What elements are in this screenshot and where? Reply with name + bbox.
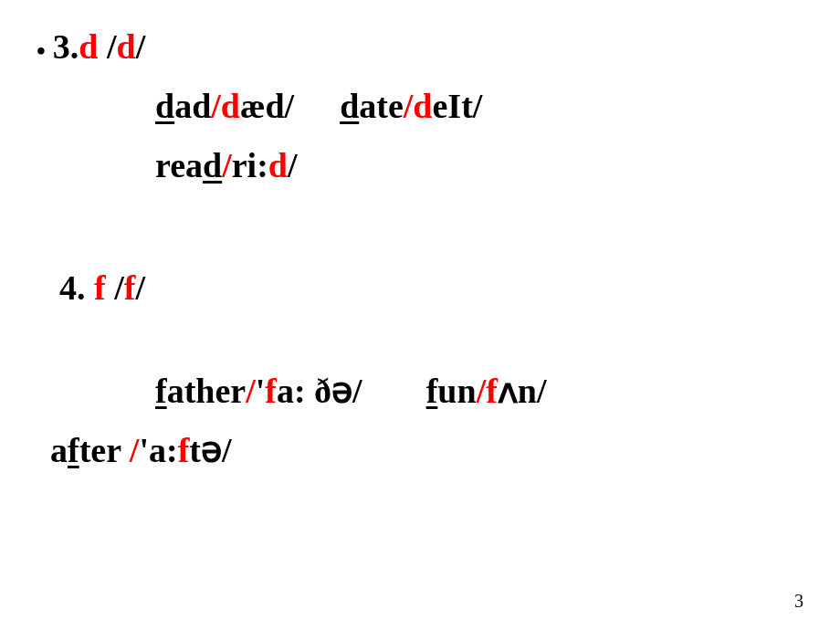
item-letter: f (94, 268, 106, 307)
word-dad-ph-highlight: d (221, 87, 240, 125)
phoneme-open: / (98, 27, 116, 66)
word-dad-ph-rest: æd/ (240, 87, 294, 125)
phoneme-open: / (106, 268, 124, 307)
word-father-slash: / (246, 372, 256, 410)
word-dad-underline: d (155, 87, 174, 125)
item-3-examples-row1: dad/dæd/date/deIt/ (155, 82, 803, 131)
item-4-heading: 4. f /f/ (59, 264, 803, 312)
word-father-stress: ' (256, 372, 266, 410)
phoneme-letter: d (117, 27, 136, 66)
item-4-examples-row2: after /'a:ftə/ (50, 426, 803, 475)
page-number: 3 (794, 591, 803, 612)
word-after-rest: ter (79, 431, 130, 469)
word-read-ph-highlight: d (268, 146, 288, 184)
word-fun-slash: / (477, 372, 487, 410)
word-after-stress: ' (139, 431, 149, 469)
phoneme-close: / (135, 268, 145, 307)
word-read-slash: / (222, 146, 232, 184)
word-fun-ph-rest: ʌn/ (498, 372, 547, 410)
word-dad-slash: / (211, 87, 221, 125)
item-3-heading: •3.d /d/ (37, 23, 803, 71)
item-3-examples-row2: read/ri:d/ (155, 142, 803, 190)
item-number: 4. (59, 268, 94, 307)
word-after-ph-highlight: f (178, 431, 190, 469)
word-date-rest: ate (359, 87, 404, 125)
item-number: 3. (53, 27, 79, 66)
word-after-ph-pre: a: (149, 431, 178, 469)
word-date-slash: / (404, 87, 414, 125)
word-read-ph-pre: ri: (232, 146, 268, 184)
word-father-ph-rest: a: ðə/ (277, 372, 362, 410)
word-father-underline: f (155, 372, 167, 410)
word-read-pre: rea (155, 146, 203, 184)
word-date-ph-rest: eIt/ (433, 87, 483, 125)
word-after-pre: a (50, 431, 68, 469)
word-dad-rest: ad (174, 87, 211, 125)
word-father-rest: ather (167, 372, 247, 410)
word-read-underline: d (203, 146, 222, 184)
word-read-ph-close: / (288, 146, 298, 184)
word-after-underline: f (68, 431, 79, 469)
item-4-examples-row1: father/'fa: ðə/fun/fʌn/ (155, 367, 803, 415)
word-father-ph-highlight: f (265, 372, 277, 410)
phoneme-close: / (136, 27, 146, 66)
bullet-icon: • (37, 33, 46, 68)
word-fun-ph-highlight: f (486, 372, 498, 410)
phoneme-letter: f (124, 268, 136, 307)
word-date-ph-highlight: d (413, 87, 432, 125)
word-fun-underline: f (426, 372, 438, 410)
item-letter: d (79, 27, 98, 66)
word-date-underline: d (340, 87, 359, 125)
word-after-ph-rest: tə/ (189, 431, 231, 469)
word-fun-rest: un (437, 372, 476, 410)
word-after-slash: / (130, 431, 140, 469)
